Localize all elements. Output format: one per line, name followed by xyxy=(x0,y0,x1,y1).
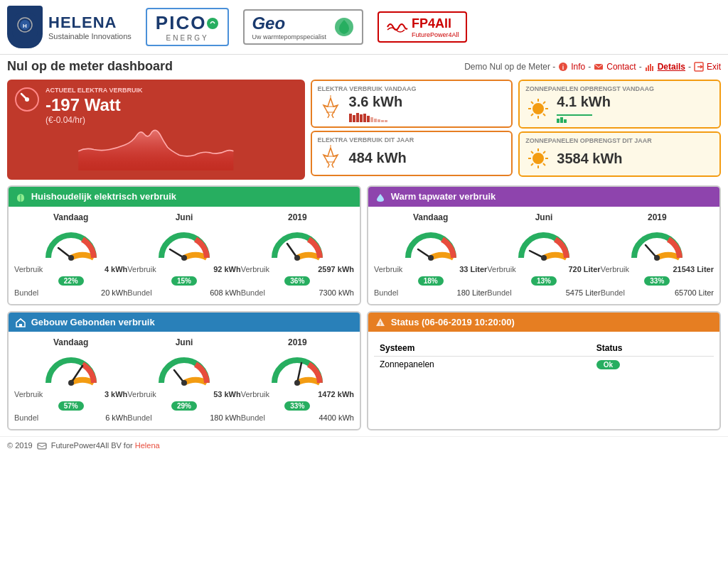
svg-text:H: H xyxy=(23,23,27,29)
h-juni-verbruik-row: Verbruik 92 kWh xyxy=(127,264,240,275)
sections-row-2: Gebouw Gebonden verbruik Vandaag xyxy=(0,308,728,434)
t-vandaag-verbruik-val: 33 Liter xyxy=(459,265,487,273)
h-vandaag-verbruik-val: 4 kWh xyxy=(105,265,127,273)
h-jaar-verbruik-val: 2597 kWh xyxy=(318,265,354,273)
gauge-t-juni xyxy=(487,228,600,264)
gebouw-juni-header: Juni xyxy=(127,337,240,350)
g-vandaag-bundel-row: Bundel 6 kWh xyxy=(14,412,127,423)
g-jaar-pct: 33% xyxy=(284,401,310,411)
h-vandaag-pct: 22% xyxy=(58,276,84,286)
g-juni-pct: 29% xyxy=(171,401,197,411)
g-juni-bundel-val: 180 kWh xyxy=(210,413,240,422)
t-jaar-bundel-row: Bundel 65700 Liter xyxy=(601,287,714,298)
verbruik-vandaag-value: 3.6 kWh xyxy=(349,94,403,110)
g-juni-verbruik-label: Verbruik xyxy=(127,390,156,398)
verbruik-jaar-value: 484 kWh xyxy=(349,150,407,166)
footer: © 2019 FuturePower4All BV for Helena xyxy=(0,436,728,454)
status-card: ! Status (06-06-2019 10:20:00) Systeem S… xyxy=(367,311,721,431)
h-vandaag-verbruik-label: Verbruik xyxy=(14,265,43,273)
house-icon xyxy=(16,318,26,327)
g-jaar-bundel-row: Bundel 4400 kWh xyxy=(241,412,354,423)
h-juni-verbruik-label: Verbruik xyxy=(127,265,156,273)
gauge-h-juni xyxy=(127,228,240,264)
info-link[interactable]: Info xyxy=(571,62,585,72)
exit-link[interactable]: Exit xyxy=(707,62,721,72)
details-link[interactable]: Details xyxy=(658,62,685,72)
zon-vandaag-card: ZONNEPANELEN OPBRENGST VANDAAG 4.1 kWh xyxy=(518,80,721,129)
exit-icon xyxy=(694,62,704,72)
ok-badge: Ok xyxy=(596,360,620,369)
info-icon: i xyxy=(558,62,568,72)
h-jaar-bundel-val: 7300 kWh xyxy=(318,288,354,297)
g-vandaag-verbruik-label: Verbruik xyxy=(14,390,43,398)
drop-icon xyxy=(375,192,385,202)
tapwater-vandaag: Vandaag Verbruik 33 Liter xyxy=(374,212,487,298)
tapwater-juni-header: Juni xyxy=(487,212,600,225)
status-header: ! Status (06-06-2019 10:20:00) xyxy=(368,313,719,332)
svg-point-51 xyxy=(181,380,187,386)
svg-point-14 xyxy=(25,97,29,102)
geo-sub: Uw warmtepompspecialist xyxy=(252,33,326,40)
gauge-t-jaar xyxy=(601,228,714,264)
huishoudelijk-header: Huishoudelijk elektrisch verbruik xyxy=(9,187,360,207)
geo-drop-icon xyxy=(333,16,355,38)
contact-link[interactable]: Contact xyxy=(606,62,636,72)
h-vandaag-bundel-label: Bundel xyxy=(14,288,38,297)
verbruik-vandaag-label: ELEKTRA VERBRUIK VANDAAG xyxy=(318,85,506,92)
huishoudelijk-body: Vandaag Verbruik 4 kWh xyxy=(9,207,360,304)
svg-rect-9 xyxy=(648,65,649,71)
nav-sep2: - xyxy=(639,62,642,72)
g-juni-bundel-row: Bundel 180 kWh xyxy=(127,412,240,423)
nav-sep1: - xyxy=(588,62,591,72)
sun-jaar-icon xyxy=(525,146,551,171)
gauge-svg-t-jaar xyxy=(628,228,685,264)
col-status: Status xyxy=(591,340,714,357)
details-icon xyxy=(645,62,655,72)
gebouw-card: Gebouw Gebonden verbruik Vandaag xyxy=(7,311,361,431)
h-jaar-bundel-label: Bundel xyxy=(241,288,265,297)
svg-point-17 xyxy=(532,103,544,114)
h-jaar-verbruik-label: Verbruik xyxy=(241,265,269,273)
svg-point-40 xyxy=(294,255,300,261)
actueel-unit: (€-0.04/hr) xyxy=(46,115,143,125)
t-jaar-verbruik-label: Verbruik xyxy=(601,265,629,273)
svg-point-49 xyxy=(68,380,74,386)
verbruik-jaar-label: ELEKTRA VERBRUIK DIT JAAR xyxy=(318,136,506,143)
g-jaar-bundel-val: 4400 kWh xyxy=(318,413,354,422)
h-vandaag-bundel-val: 20 kWh xyxy=(101,288,127,297)
huishoudelijk-juni: Juni Verbruik 92 kWh xyxy=(127,212,240,298)
tapwater-title: Warm tapwater verbruik xyxy=(391,191,496,202)
helena-brand-name: HELENA xyxy=(48,13,132,32)
svg-point-44 xyxy=(541,255,547,261)
col-systeem: Systeem xyxy=(374,340,591,357)
logo-fp: FP4All FuturePower4All xyxy=(378,11,468,43)
gebouw-vandaag-header: Vandaag xyxy=(14,337,127,350)
gauge-svg-g-juni xyxy=(156,353,213,389)
svg-point-53 xyxy=(294,380,300,386)
demo-label: Demo Nul op de Meter - xyxy=(464,62,555,72)
svg-point-3 xyxy=(207,18,218,29)
pico-energy: ENERGY xyxy=(166,34,208,42)
gebouw-jaar-header: 2019 xyxy=(241,337,354,350)
footer-client-link[interactable]: Helena xyxy=(135,441,160,450)
sections-row-1: Huishoudelijk elektrisch verbruik Vandaa… xyxy=(0,183,728,308)
fp-sub: FuturePower4All xyxy=(412,31,459,38)
warning-icon: ! xyxy=(375,318,385,327)
h-vandaag-bundel-row: Bundel 20 kWh xyxy=(14,287,127,298)
actueel-label: ACTUEEL ELEKTRA VERBRUIK xyxy=(46,87,143,94)
geo-text: Geo xyxy=(252,13,326,33)
huishoudelijk-jaar: 2019 Verbruik 2597 kWh xyxy=(241,212,354,298)
t-juni-pct: 13% xyxy=(531,276,557,286)
gauge-h-jaar xyxy=(241,228,354,264)
footer-copyright: © 2019 xyxy=(7,441,33,450)
gauge-g-juni xyxy=(127,353,240,389)
logo-geo: Geo Uw warmtepompspecialist xyxy=(243,9,363,45)
huishoudelijk-vandaag-header: Vandaag xyxy=(14,212,127,225)
wave-chart xyxy=(14,128,298,170)
leaf-icon xyxy=(16,192,26,202)
gauge-g-jaar xyxy=(241,353,354,389)
status-systeem: Zonnepanelen xyxy=(374,357,591,373)
gauge-svg-t-juni xyxy=(515,228,572,264)
t-vandaag-bundel-val: 180 Liter xyxy=(457,288,488,297)
gauge-svg-t-vandaag xyxy=(402,228,459,264)
